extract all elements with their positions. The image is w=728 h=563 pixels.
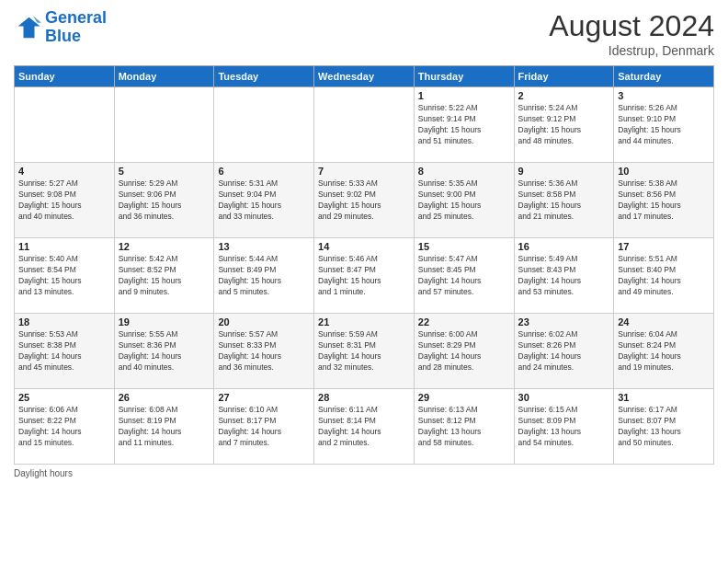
day-info: Sunrise: 5:35 AM Sunset: 9:00 PM Dayligh…	[418, 178, 510, 223]
calendar-cell	[114, 87, 214, 163]
day-info: Sunrise: 5:57 AM Sunset: 8:33 PM Dayligh…	[218, 329, 310, 373]
calendar-cell: 24Sunrise: 6:04 AM Sunset: 8:24 PM Dayli…	[614, 314, 714, 389]
calendar-cell: 20Sunrise: 5:57 AM Sunset: 8:33 PM Dayli…	[214, 314, 314, 389]
logo-text: General Blue	[45, 9, 107, 46]
day-number: 22	[418, 316, 510, 327]
calendar-cell	[314, 87, 415, 163]
calendar-cell: 23Sunrise: 6:02 AM Sunset: 8:26 PM Dayli…	[514, 314, 614, 389]
week-row-3: 18Sunrise: 5:53 AM Sunset: 8:38 PM Dayli…	[15, 314, 714, 389]
calendar-cell: 18Sunrise: 5:53 AM Sunset: 8:38 PM Dayli…	[15, 314, 115, 389]
calendar-cell	[15, 87, 115, 163]
day-info: Sunrise: 5:33 AM Sunset: 9:02 PM Dayligh…	[318, 178, 410, 223]
day-info: Sunrise: 5:36 AM Sunset: 8:58 PM Dayligh…	[518, 178, 610, 223]
calendar-cell: 4Sunrise: 5:27 AM Sunset: 9:08 PM Daylig…	[15, 163, 115, 238]
day-info: Sunrise: 5:51 AM Sunset: 8:40 PM Dayligh…	[618, 254, 710, 298]
day-number: 17	[618, 241, 710, 252]
calendar-cell: 14Sunrise: 5:46 AM Sunset: 8:47 PM Dayli…	[314, 238, 415, 314]
day-number: 1	[418, 90, 510, 101]
day-number: 14	[318, 241, 410, 252]
title-block: August 2024 Idestrup, Denmark	[549, 9, 714, 58]
day-info: Sunrise: 5:53 AM Sunset: 8:38 PM Dayligh…	[18, 329, 110, 373]
day-number: 7	[318, 166, 410, 177]
day-number: 29	[418, 392, 510, 403]
calendar-cell: 28Sunrise: 6:11 AM Sunset: 8:14 PM Dayli…	[314, 389, 415, 465]
calendar-table: SundayMondayTuesdayWednesdayThursdayFrid…	[14, 65, 714, 465]
day-info: Sunrise: 6:15 AM Sunset: 8:09 PM Dayligh…	[518, 405, 610, 449]
calendar-cell: 29Sunrise: 6:13 AM Sunset: 8:12 PM Dayli…	[414, 389, 514, 465]
calendar-cell: 30Sunrise: 6:15 AM Sunset: 8:09 PM Dayli…	[514, 389, 614, 465]
day-info: Sunrise: 5:26 AM Sunset: 9:10 PM Dayligh…	[618, 103, 710, 147]
weekday-header-wednesday: Wednesday	[314, 66, 415, 87]
day-info: Sunrise: 6:10 AM Sunset: 8:17 PM Dayligh…	[218, 405, 310, 449]
week-row-4: 25Sunrise: 6:06 AM Sunset: 8:22 PM Dayli…	[15, 389, 714, 465]
day-number: 3	[618, 90, 710, 101]
day-number: 13	[218, 241, 310, 252]
weekday-header-row: SundayMondayTuesdayWednesdayThursdayFrid…	[15, 66, 714, 87]
calendar-cell: 11Sunrise: 5:40 AM Sunset: 8:54 PM Dayli…	[15, 238, 115, 314]
day-info: Sunrise: 6:02 AM Sunset: 8:26 PM Dayligh…	[518, 329, 610, 373]
calendar-cell: 6Sunrise: 5:31 AM Sunset: 9:04 PM Daylig…	[214, 163, 314, 238]
weekday-header-monday: Monday	[114, 66, 214, 87]
day-info: Sunrise: 6:04 AM Sunset: 8:24 PM Dayligh…	[618, 329, 710, 373]
calendar-cell: 7Sunrise: 5:33 AM Sunset: 9:02 PM Daylig…	[314, 163, 415, 238]
weekday-header-friday: Friday	[514, 66, 614, 87]
calendar-cell: 8Sunrise: 5:35 AM Sunset: 9:00 PM Daylig…	[414, 163, 514, 238]
day-info: Sunrise: 5:55 AM Sunset: 8:36 PM Dayligh…	[119, 329, 210, 373]
day-number: 21	[318, 316, 410, 327]
footer: Daylight hours	[14, 468, 714, 478]
calendar-cell: 12Sunrise: 5:42 AM Sunset: 8:52 PM Dayli…	[114, 238, 214, 314]
day-number: 26	[119, 392, 210, 403]
day-info: Sunrise: 5:40 AM Sunset: 8:54 PM Dayligh…	[18, 254, 110, 298]
week-row-2: 11Sunrise: 5:40 AM Sunset: 8:54 PM Dayli…	[15, 238, 714, 314]
day-info: Sunrise: 5:29 AM Sunset: 9:06 PM Dayligh…	[119, 178, 210, 223]
day-number: 25	[18, 392, 110, 403]
day-number: 11	[18, 241, 110, 252]
day-number: 10	[618, 166, 710, 177]
day-number: 15	[418, 241, 510, 252]
calendar-cell	[214, 87, 314, 163]
day-info: Sunrise: 6:08 AM Sunset: 8:19 PM Dayligh…	[119, 405, 210, 449]
calendar-cell: 10Sunrise: 5:38 AM Sunset: 8:56 PM Dayli…	[614, 163, 714, 238]
day-info: Sunrise: 5:31 AM Sunset: 9:04 PM Dayligh…	[218, 178, 310, 223]
day-number: 31	[618, 392, 710, 403]
day-info: Sunrise: 5:59 AM Sunset: 8:31 PM Dayligh…	[318, 329, 410, 373]
calendar-cell: 26Sunrise: 6:08 AM Sunset: 8:19 PM Dayli…	[114, 389, 214, 465]
calendar-cell: 19Sunrise: 5:55 AM Sunset: 8:36 PM Dayli…	[114, 314, 214, 389]
calendar-cell: 31Sunrise: 6:17 AM Sunset: 8:07 PM Dayli…	[614, 389, 714, 465]
day-info: Sunrise: 5:22 AM Sunset: 9:14 PM Dayligh…	[418, 103, 510, 147]
day-number: 5	[119, 166, 210, 177]
calendar-cell: 9Sunrise: 5:36 AM Sunset: 8:58 PM Daylig…	[514, 163, 614, 238]
day-number: 23	[518, 316, 610, 327]
day-info: Sunrise: 5:49 AM Sunset: 8:43 PM Dayligh…	[518, 254, 610, 298]
day-number: 28	[318, 392, 410, 403]
page: General Blue August 2024 Idestrup, Denma…	[0, 0, 728, 563]
daylight-label: Daylight hours	[14, 468, 73, 478]
calendar-cell: 1Sunrise: 5:22 AM Sunset: 9:14 PM Daylig…	[414, 87, 514, 163]
day-number: 8	[418, 166, 510, 177]
day-number: 16	[518, 241, 610, 252]
weekday-header-saturday: Saturday	[614, 66, 714, 87]
day-number: 2	[518, 90, 610, 101]
day-info: Sunrise: 6:00 AM Sunset: 8:29 PM Dayligh…	[418, 329, 510, 373]
day-info: Sunrise: 5:27 AM Sunset: 9:08 PM Dayligh…	[18, 178, 110, 223]
weekday-header-sunday: Sunday	[15, 66, 115, 87]
day-number: 4	[18, 166, 110, 177]
day-info: Sunrise: 5:38 AM Sunset: 8:56 PM Dayligh…	[618, 178, 710, 223]
day-info: Sunrise: 6:06 AM Sunset: 8:22 PM Dayligh…	[18, 405, 110, 449]
calendar-cell: 16Sunrise: 5:49 AM Sunset: 8:43 PM Dayli…	[514, 238, 614, 314]
calendar-cell: 21Sunrise: 5:59 AM Sunset: 8:31 PM Dayli…	[314, 314, 415, 389]
week-row-1: 4Sunrise: 5:27 AM Sunset: 9:08 PM Daylig…	[15, 163, 714, 238]
header: General Blue August 2024 Idestrup, Denma…	[14, 9, 714, 58]
day-number: 9	[518, 166, 610, 177]
day-info: Sunrise: 5:24 AM Sunset: 9:12 PM Dayligh…	[518, 103, 610, 147]
calendar-cell: 15Sunrise: 5:47 AM Sunset: 8:45 PM Dayli…	[414, 238, 514, 314]
weekday-header-thursday: Thursday	[414, 66, 514, 87]
day-number: 12	[119, 241, 210, 252]
calendar-cell: 13Sunrise: 5:44 AM Sunset: 8:49 PM Dayli…	[214, 238, 314, 314]
calendar-cell: 22Sunrise: 6:00 AM Sunset: 8:29 PM Dayli…	[414, 314, 514, 389]
calendar-cell: 5Sunrise: 5:29 AM Sunset: 9:06 PM Daylig…	[114, 163, 214, 238]
day-number: 27	[218, 392, 310, 403]
weekday-header-tuesday: Tuesday	[214, 66, 314, 87]
day-info: Sunrise: 6:13 AM Sunset: 8:12 PM Dayligh…	[418, 405, 510, 449]
day-number: 20	[218, 316, 310, 327]
